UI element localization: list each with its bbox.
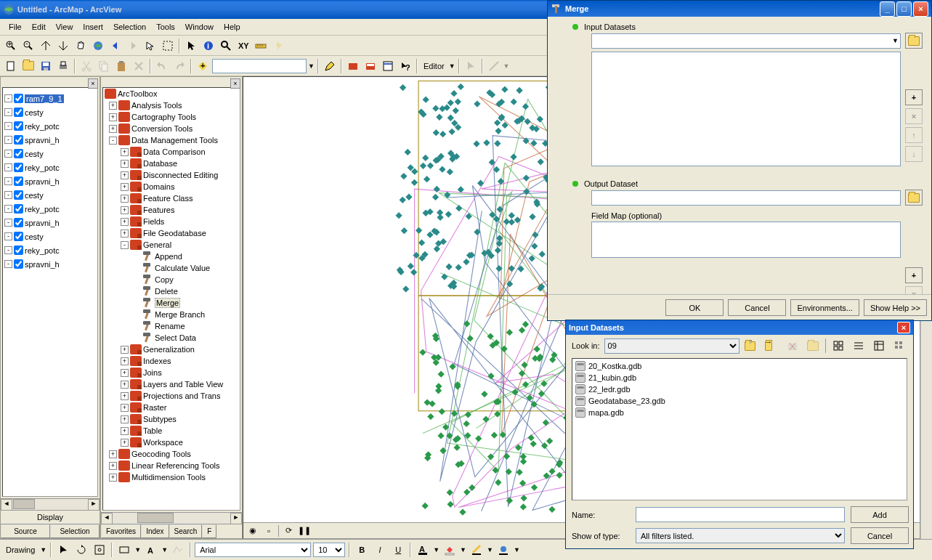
tree-node[interactable]: +Geocoding Tools [103, 448, 240, 460]
expand-icon[interactable]: - [4, 219, 12, 227]
layer-visibility-checkbox[interactable] [14, 176, 23, 186]
expand-icon[interactable]: - [4, 246, 12, 254]
toolbox-tab-f[interactable]: F [202, 524, 216, 538]
hyperlink-icon[interactable] [270, 38, 286, 54]
expand-icon[interactable]: + [121, 404, 129, 412]
tree-node[interactable]: +Linear Referencing Tools [103, 460, 240, 471]
toc-layer-item[interactable]: -cesty [4, 149, 96, 158]
new-icon[interactable] [3, 58, 19, 74]
expand-icon[interactable]: + [121, 357, 129, 365]
zoom-in-icon[interactable]: + [3, 38, 19, 54]
thumbnails-view-icon[interactable] [891, 338, 907, 354]
input-browse-button[interactable] [905, 33, 923, 49]
browse-cancel-button[interactable]: Cancel [851, 527, 909, 544]
toc-tab-source[interactable]: Source [1, 524, 50, 538]
tree-node[interactable]: +Features [103, 204, 240, 216]
zoom-out-icon[interactable]: - [20, 38, 36, 54]
expand-icon[interactable]: + [121, 369, 129, 377]
toolbox-tab-favorites[interactable]: Favorites [101, 524, 141, 538]
move-up-button[interactable]: ↑ [905, 127, 923, 143]
expand-icon[interactable]: + [109, 462, 117, 470]
expand-icon[interactable]: + [121, 218, 129, 226]
output-dataset-input[interactable] [591, 190, 901, 206]
tree-node[interactable]: +Table [103, 425, 240, 437]
tree-node[interactable]: Merge Branch [103, 309, 240, 320]
toc-layer-item[interactable]: -reky_potc [4, 163, 96, 172]
expand-icon[interactable]: + [121, 230, 129, 238]
expand-icon[interactable]: + [109, 113, 117, 121]
merge-cancel-button[interactable]: Cancel [728, 299, 786, 316]
select-elements-icon[interactable] [142, 38, 158, 54]
toolbox-tree[interactable]: ArcToolbox +Analysis Tools+Cartography T… [102, 87, 240, 511]
menu-tools[interactable]: Tools [152, 21, 179, 33]
layer-visibility-checkbox[interactable] [14, 163, 23, 172]
menu-window[interactable]: Window [181, 21, 218, 33]
edit-pointer-icon[interactable] [463, 58, 479, 74]
sketch-tool-icon[interactable] [486, 58, 502, 74]
line-color-icon[interactable] [469, 542, 485, 558]
menu-insert[interactable]: Insert [78, 21, 108, 33]
expand-icon[interactable]: + [121, 206, 129, 214]
expand-icon[interactable]: - [4, 163, 12, 171]
pointer-icon[interactable] [183, 38, 199, 54]
toolbox-tab-index[interactable]: Index [141, 524, 169, 538]
expand-icon[interactable]: - [4, 94, 12, 102]
browse-item[interactable]: 21_kubin.gdb [574, 372, 905, 384]
tree-node[interactable]: Merge [103, 297, 240, 309]
rotate-icon[interactable] [73, 542, 89, 558]
font-size-select[interactable]: 10 [313, 543, 345, 557]
browse-item[interactable]: Geodatabase_23.gdb [574, 395, 905, 407]
tree-node[interactable]: +Data Comparison [103, 146, 240, 158]
expand-icon[interactable]: + [121, 346, 129, 354]
scale-input[interactable] [212, 59, 307, 73]
expand-icon[interactable]: + [109, 474, 117, 482]
delete-icon[interactable] [131, 58, 147, 74]
editor-menu[interactable]: Editor [421, 60, 447, 72]
browse-file-list[interactable]: 20_Kostka.gdb21_kubin.gdb22_ledr.gdbGeod… [572, 358, 907, 500]
fill-color-icon[interactable] [442, 542, 458, 558]
back-icon[interactable] [108, 38, 123, 54]
input-datasets-combo[interactable]: ▼ [591, 33, 901, 49]
underline-icon[interactable]: U [390, 542, 406, 558]
toc-layer-item[interactable]: -spravni_h [4, 176, 96, 186]
move-down-button[interactable]: ↓ [905, 146, 923, 162]
toolbox-tab-search[interactable]: Search [169, 524, 203, 538]
fieldmap-add-button[interactable]: + [905, 267, 923, 283]
fixed-zoom-in-icon[interactable] [38, 38, 54, 54]
disconnect-folder-icon[interactable] [785, 338, 801, 354]
menu-help[interactable]: Help [219, 21, 245, 33]
name-input[interactable] [636, 507, 845, 522]
layer-visibility-checkbox[interactable] [14, 190, 23, 200]
tree-node[interactable]: Delete [103, 285, 240, 297]
identify-icon[interactable]: i [200, 38, 216, 54]
expand-icon[interactable]: - [4, 136, 12, 144]
tree-node[interactable]: +Multidimension Tools [103, 471, 240, 483]
tree-node[interactable]: Rename [103, 320, 240, 332]
toc-layer-item[interactable]: -reky_potc [4, 245, 96, 255]
toc-window-icon[interactable] [380, 58, 396, 74]
browse-close-button[interactable]: × [897, 322, 910, 333]
expand-icon[interactable]: - [4, 122, 12, 130]
expand-icon[interactable]: + [121, 160, 129, 168]
expand-icon[interactable]: + [121, 183, 129, 191]
lookin-select[interactable]: 09 [604, 338, 739, 354]
expand-icon[interactable]: + [121, 381, 129, 389]
layer-visibility-checkbox[interactable] [14, 94, 23, 103]
layer-visibility-checkbox[interactable] [14, 121, 23, 131]
expand-icon[interactable]: + [109, 450, 117, 458]
toc-layer-item[interactable]: -reky_potc [4, 121, 96, 131]
toolbox-close-icon[interactable]: × [230, 78, 240, 89]
tree-node[interactable]: Copy [103, 274, 240, 285]
toc-layer-item[interactable]: -cesty [4, 232, 96, 241]
tree-node[interactable]: +Conversion Tools [103, 123, 240, 134]
output-browse-button[interactable] [905, 190, 923, 206]
arctoolbox-window-icon[interactable] [345, 58, 361, 74]
bold-icon[interactable]: B [354, 542, 370, 558]
expand-icon[interactable]: - [4, 108, 12, 116]
fieldmap-remove-button[interactable]: × [905, 286, 923, 294]
tree-node[interactable]: +Workspace [103, 437, 240, 448]
tree-node[interactable]: Append [103, 251, 240, 262]
goto-xy-icon[interactable]: XY [235, 38, 251, 54]
menu-view[interactable]: View [52, 21, 78, 33]
pan-icon[interactable] [73, 38, 89, 54]
